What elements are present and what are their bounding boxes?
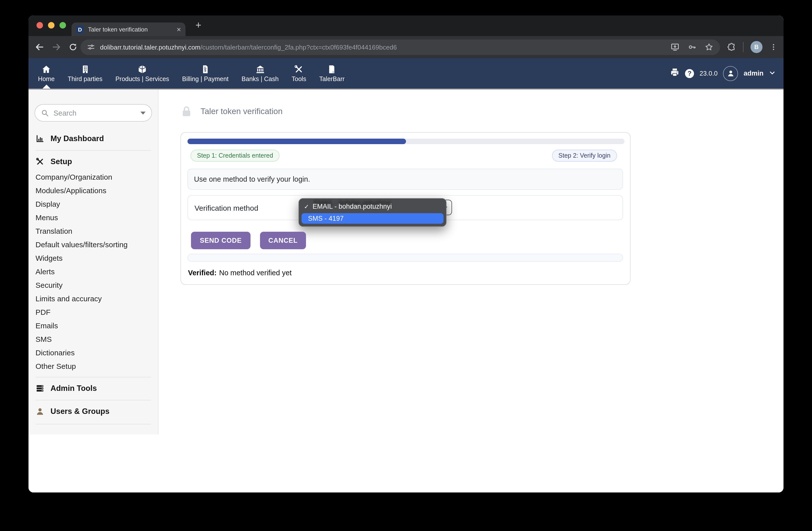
check-icon: ✓ [304,203,309,210]
sidebar-item-default-values[interactable]: Default values/filters/sorting [29,238,158,251]
sidebar-item-pdf[interactable]: PDF [29,305,158,319]
extensions-puzzle-icon[interactable] [727,43,736,52]
sidebar-item-my-dashboard[interactable]: My Dashboard [29,132,158,145]
browser-toolbar: dolibarr.tutorial.taler.potuzhnyi.com/cu… [29,36,783,58]
svg-text:$: $ [204,68,206,72]
close-window-button[interactable] [37,22,43,29]
help-icon[interactable]: ? [685,69,694,78]
menu-talerbarr[interactable]: TalerBarr [313,58,351,88]
setup-list: Company/Organization Modules/Application… [29,170,158,373]
sidebar-divider [35,150,151,151]
url-path: /custom/talerbarr/talerconfig_2fa.php?ct… [201,43,397,51]
step1-badge: Step 1: Credentials entered [190,150,279,162]
sidebar-item-limits-accuracy[interactable]: Limits and accuracy [29,292,158,305]
verified-value: No method verified yet [219,269,291,277]
site-settings-icon[interactable] [87,43,95,51]
server-icon [35,384,44,393]
sidebar-item-security[interactable]: Security [29,278,158,292]
page-content: Search My Dashboard Setup Company/Organi… [29,89,783,492]
forward-icon[interactable] [52,42,61,52]
password-key-icon[interactable] [687,43,696,52]
back-icon[interactable] [34,42,44,52]
sidebar-divider [35,377,151,377]
dolibarr-favicon-icon: D [76,25,84,33]
sidebar-item-alerts[interactable]: Alerts [29,265,158,278]
menu-tools[interactable]: Tools [285,58,313,88]
cancel-button[interactable]: CANCEL [260,232,306,249]
sidebar-item-menus[interactable]: Menus [29,211,158,224]
search-box[interactable]: Search [34,104,152,122]
menu-billing-payment[interactable]: $ Billing | Payment [176,58,235,88]
menu-products-services[interactable]: Products | Services [109,58,176,88]
progress-track [188,139,624,144]
user-avatar-icon[interactable] [723,66,738,81]
tab-title: Taler token verification [88,26,173,33]
search-icon [41,109,49,117]
verified-status: Verified:No method verified yet [188,269,292,277]
menu-dots-icon[interactable] [769,43,778,51]
menu-banks-cash[interactable]: Banks | Cash [235,58,285,88]
dolibarr-top-menu: Home Third parties Products | Services $… [29,58,783,88]
chart-bars-icon [35,134,44,143]
sidebar-item-admin-tools[interactable]: Admin Tools [29,382,158,395]
tab-strip: D Taler token verification × + [29,15,783,36]
document-icon [327,64,337,74]
sidebar-item-company-organization[interactable]: Company/Organization [29,170,158,184]
main-area: Taler token verification Step 1: Credent… [159,89,783,492]
url-text: dolibarr.tutorial.taler.potuzhnyi.com/cu… [100,43,397,51]
user-chevron-down-icon[interactable] [769,69,775,78]
search-dropdown-icon[interactable] [141,111,145,114]
zoom-window-button[interactable] [59,22,66,29]
page-title-row: Taler token verification [182,106,282,117]
sidebar-item-dictionaries[interactable]: Dictionaries [29,346,158,359]
menu-third-parties[interactable]: Third parties [61,58,109,88]
info-message: Use one method to verify your login. [188,169,623,190]
lock-icon [182,106,191,117]
user-icon [35,407,44,416]
minimize-window-button[interactable] [48,22,55,29]
sidebar-divider [35,400,151,400]
verification-card: Step 1: Credentials entered Step 2: Veri… [180,132,630,285]
screenshot-stage: D Taler token verification × + dolibarr.… [0,0,812,531]
tools-icon [294,64,304,74]
url-domain: dolibarr.tutorial.taler.potuzhnyi.com [100,43,201,51]
profile-avatar[interactable]: B [751,41,763,53]
progress-fill [188,139,406,144]
sidebar-item-sms[interactable]: SMS [29,332,158,346]
sidebar-item-emails[interactable]: Emails [29,319,158,332]
tab-close-icon[interactable]: × [176,26,181,33]
sidebar-item-translation[interactable]: Translation [29,224,158,238]
option-sms[interactable]: SMS - 4197 [302,213,444,224]
bookmark-star-icon[interactable] [705,43,713,52]
url-bar[interactable]: dolibarr.tutorial.taler.potuzhnyi.com/cu… [81,39,720,55]
user-name: admin [743,70,764,77]
setup-tools-icon [35,157,44,166]
reload-icon[interactable] [69,43,77,52]
sidebar-item-setup[interactable]: Setup [29,156,158,168]
step2-badge: Step 2: Verify login [552,150,617,162]
bank-icon [255,64,265,74]
sidebar-item-modules-applications[interactable]: Modules/Applications [29,184,158,197]
sidebar-item-users-groups[interactable]: Users & Groups [29,405,158,418]
option-email[interactable]: ✓ EMAIL - bohdan.potuzhnyi [304,201,442,212]
home-icon [42,64,51,74]
toolbar-separator [743,42,743,52]
sidebar-item-widgets[interactable]: Widgets [29,251,158,265]
browser-tab[interactable]: D Taler token verification × [72,23,186,36]
menu-home[interactable]: Home [31,58,61,88]
sidebar-item-display[interactable]: Display [29,197,158,211]
top-menu-right: ? 23.0.0 admin [670,66,783,81]
search-placeholder: Search [54,109,136,117]
sidebar-item-other-setup[interactable]: Other Setup [29,359,158,373]
send-code-button[interactable]: SEND CODE [191,232,250,249]
new-tab-button[interactable]: + [195,19,201,31]
verified-label: Verified: [188,269,217,277]
version-label: 23.0.0 [699,70,717,77]
install-app-icon[interactable] [670,43,680,52]
sidebar-divider [35,424,151,424]
sidebar: Search My Dashboard Setup Company/Organi… [29,89,159,434]
select-dropdown-popup: EMAIL - bohdan.potuzhnyi ✓ EMAIL - bohda… [299,198,447,227]
cube-icon [137,64,147,74]
browser-window: D Taler token verification × + dolibarr.… [29,15,783,492]
print-icon[interactable] [670,68,680,79]
